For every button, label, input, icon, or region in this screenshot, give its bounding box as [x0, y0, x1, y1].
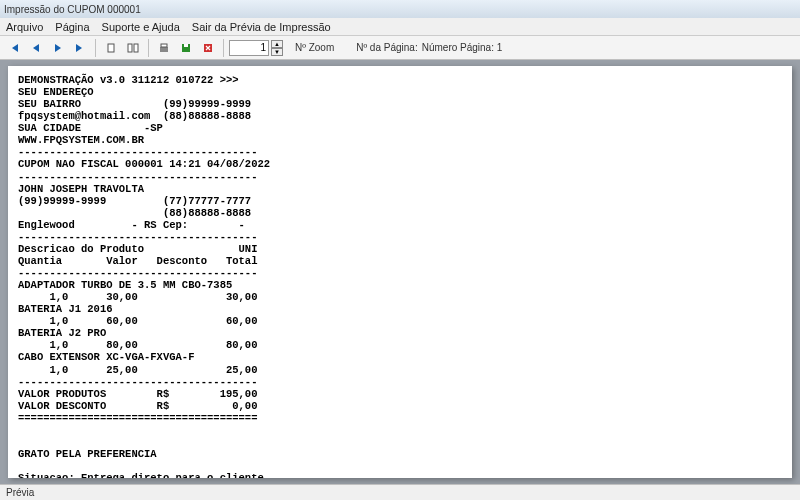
line: Situacao: Entrega direto para o cliente: [18, 472, 264, 478]
multi-page-button[interactable]: [123, 38, 143, 58]
line: VALOR DESCONTO R$ 0,00: [18, 400, 257, 412]
line: ======================================: [18, 412, 257, 424]
line: (88)88888-8888: [18, 207, 251, 219]
line: 1,0 80,00 80,00: [18, 339, 257, 351]
svg-rect-4: [161, 44, 167, 47]
svg-rect-3: [160, 47, 168, 52]
separator: [95, 39, 96, 57]
last-page-button[interactable]: [70, 38, 90, 58]
line: --------------------------------------: [18, 231, 257, 243]
page-value: Número Página: 1: [422, 42, 503, 53]
line: fpqsystem@hotmail.com (88)88888-8888: [18, 110, 251, 122]
statusbar: Prévia: [0, 484, 800, 500]
line: DEMONSTRAÇÃO v3.0 311212 010722 >>>: [18, 74, 239, 86]
line: BATERIA J2 PRO: [18, 327, 106, 339]
menu-pagina[interactable]: Página: [55, 21, 89, 33]
zoom-down-button[interactable]: ▼: [271, 48, 283, 56]
line: (99)99999-9999 (77)77777-7777: [18, 195, 251, 207]
line: JOHN JOSEPH TRAVOLTA: [18, 183, 144, 195]
page-paper: DEMONSTRAÇÃO v3.0 311212 010722 >>> SEU …: [8, 66, 792, 478]
line: 1,0 60,00 60,00: [18, 315, 257, 327]
svg-rect-2: [134, 44, 138, 52]
line: Descricao do Produto UNI: [18, 243, 257, 255]
zoom-spinner: ▲ ▼: [271, 40, 283, 56]
window-title: Impressão do CUPOM 000001: [4, 4, 141, 15]
menu-arquivo[interactable]: Arquivo: [6, 21, 43, 33]
line: CABO EXTENSOR XC-VGA-FXVGA-F: [18, 351, 194, 363]
menu-suporte[interactable]: Suporte e Ajuda: [102, 21, 180, 33]
svg-rect-1: [128, 44, 132, 52]
menubar: Arquivo Página Suporte e Ajuda Sair da P…: [0, 18, 800, 36]
print-button[interactable]: [154, 38, 174, 58]
line: GRATO PELA PREFERENCIA: [18, 448, 157, 460]
titlebar: Impressão do CUPOM 000001: [0, 0, 800, 18]
prev-page-button[interactable]: [26, 38, 46, 58]
line: --------------------------------------: [18, 146, 257, 158]
line: SEU BAIRRO (99)99999-9999: [18, 98, 251, 110]
single-page-button[interactable]: [101, 38, 121, 58]
line: ADAPTADOR TURBO DE 3.5 MM CBO-7385: [18, 279, 232, 291]
status-text: Prévia: [6, 487, 34, 498]
menu-sair[interactable]: Sair da Prévia de Impressão: [192, 21, 331, 33]
line: 1,0 25,00 25,00: [18, 364, 257, 376]
line: 1,0 30,00 30,00: [18, 291, 257, 303]
preview-area: DEMONSTRAÇÃO v3.0 311212 010722 >>> SEU …: [0, 60, 800, 484]
separator: [223, 39, 224, 57]
line: WWW.FPQSYSTEM.COM.BR: [18, 134, 144, 146]
line: VALOR PRODUTOS R$ 195,00: [18, 388, 257, 400]
receipt-content: DEMONSTRAÇÃO v3.0 311212 010722 >>> SEU …: [18, 74, 782, 478]
print-preview-window: Impressão do CUPOM 000001 Arquivo Página…: [0, 0, 800, 500]
line: --------------------------------------: [18, 376, 257, 388]
zoom-value: 1: [260, 42, 266, 53]
zoom-input[interactable]: 1: [229, 40, 269, 56]
line: BATERIA J1 2016: [18, 303, 113, 315]
svg-rect-0: [108, 44, 114, 52]
line: Englewood - RS Cep: -: [18, 219, 245, 231]
first-page-button[interactable]: [4, 38, 24, 58]
zoom-up-button[interactable]: ▲: [271, 40, 283, 48]
svg-rect-6: [184, 44, 188, 47]
line: --------------------------------------: [18, 267, 257, 279]
next-page-button[interactable]: [48, 38, 68, 58]
page-label: Nº da Página:: [356, 42, 417, 53]
line: Quantia Valor Desconto Total: [18, 255, 257, 267]
zoom-label: Nº Zoom: [295, 42, 334, 53]
close-button[interactable]: [198, 38, 218, 58]
line: CUPOM NAO FISCAL 000001 14:21 04/08/2022: [18, 158, 270, 170]
line: SEU ENDEREÇO: [18, 86, 94, 98]
line: SUA CIDADE -SP: [18, 122, 163, 134]
toolbar: 1 ▲ ▼ Nº Zoom Nº da Página: Número Págin…: [0, 36, 800, 60]
save-button[interactable]: [176, 38, 196, 58]
separator: [148, 39, 149, 57]
line: --------------------------------------: [18, 171, 257, 183]
